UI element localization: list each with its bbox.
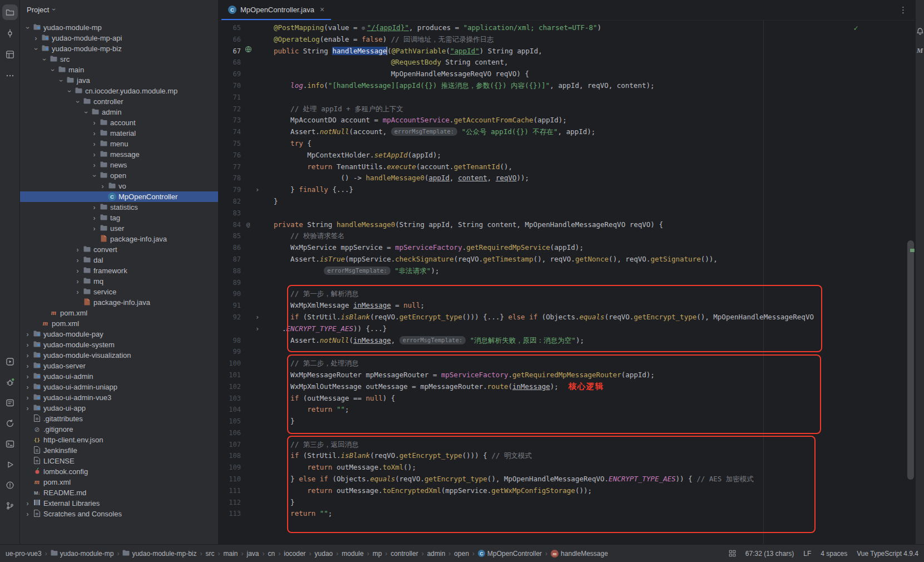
inspections-ok-icon[interactable]: ✓ [854,23,858,32]
code-line[interactable]: 113 return ""; [219,508,915,520]
code-line[interactable]: 102 WxMpXmlOutMessage outMessage = mpMes… [219,381,915,393]
line-number[interactable]: 90 [219,288,241,300]
code-line[interactable]: 72 // 处理 appId + 多租户的上下文 [219,103,915,115]
tree-chevron-icon[interactable]: › [90,140,98,148]
code-line[interactable]: 91 WxMpXmlMessage inMessage = null; [219,300,915,312]
tree-chevron-icon[interactable]: › [90,204,98,211]
tree-item-main[interactable]: ›main [20,65,218,75]
fold-marker-icon[interactable]: › [253,312,261,323]
breadcrumb-item-iocoder[interactable]: iocoder [284,550,305,558]
services-icon[interactable] [2,354,18,369]
tree-item-cn-iocoder-yudao-module-mp[interactable]: ›cn.iocoder.yudao.module.mp [20,86,218,96]
breadcrumb-item-yudao[interactable]: yudao [315,550,333,558]
git-icon[interactable] [2,498,18,514]
line-number[interactable]: 75 [219,138,241,150]
tree-chevron-icon[interactable]: › [23,500,32,507]
tree-item-framework[interactable]: ›framework [20,265,218,276]
line-number[interactable]: 113 [219,508,241,520]
code-line[interactable]: 103 if (outMessage == null) { [219,393,915,405]
problems-icon[interactable] [2,477,18,493]
code-line[interactable]: 92› if (StrUtil.isBlank(reqVO.getEncrypt… [219,312,915,323]
line-number[interactable]: 107 [219,439,241,451]
code-line[interactable]: 109 return outMessage.toXml(); [219,462,915,474]
line-number[interactable]: 108 [219,450,241,462]
tree-item--gitattributes[interactable]: .gitattributes [20,413,218,424]
breadcrumb-item-open[interactable]: open [454,550,469,558]
code-line[interactable]: 83 [219,208,915,219]
tree-item-yudao-ui-admin-uniapp[interactable]: ›yudao-ui-admin-uniapp [20,382,218,392]
more-vertical-icon[interactable]: ⋮ [899,5,907,15]
breadcrumb-item-mpopencontroller[interactable]: CMpOpenController [478,550,542,558]
code-line[interactable]: 76 MpContextHolder.setAppId(appId); [219,150,915,161]
run-icon[interactable] [2,457,18,472]
code-line[interactable]: 106 [219,427,915,439]
line-number[interactable]: 88 [219,265,241,277]
tree-item-yudao-module-pay[interactable]: ›yudao-module-pay [20,329,218,339]
line-number[interactable]: 98 [219,335,241,347]
tree-chevron-icon[interactable]: › [98,183,107,190]
code-line[interactable]: 71 [219,92,915,103]
scrollbar-thumb[interactable] [907,240,914,480]
breadcrumb-item-cn[interactable]: cn [268,550,275,558]
code-line[interactable]: 105 } [219,416,915,427]
tree-chevron-icon[interactable]: › [73,288,82,296]
code-line[interactable]: 100 // 第二步，处理消息 [219,358,915,369]
tree-item-convert[interactable]: ›convert [20,244,218,255]
line-number[interactable]: 77 [219,161,241,173]
breadcrumb-item-yudao-module-mp-biz[interactable]: yudao-module-mp-biz [122,550,196,558]
line-number[interactable]: 106 [219,427,241,439]
code-line[interactable]: 67public String handleMessage(@PathVaria… [219,46,915,57]
tree-item-scratches-and-consoles[interactable]: ›Scratches and Consoles [20,509,218,519]
project-panel-header[interactable]: Project › [20,0,218,19]
tree-chevron-icon[interactable]: › [65,87,73,95]
code-line[interactable]: 107 // 第三步，返回消息 [219,439,915,451]
status-caret-position[interactable]: 67:32 (13 chars) [745,550,794,558]
close-icon[interactable]: × [320,5,324,14]
tree-item-jenkinsfile[interactable]: Jenkinsfile [20,445,218,456]
breadcrumb-item-handlemessage[interactable]: mhandleMessage [551,550,608,558]
tree-item-http-client-env-json[interactable]: {}http-client.env.json [20,435,218,445]
line-number[interactable]: 69 [219,68,241,80]
status-line-separator[interactable]: LF [803,550,811,558]
tree-chevron-icon[interactable]: › [23,405,32,412]
code-line[interactable]: 101 WxMpMessageRouter mpMessageRouter = … [219,369,915,381]
tree-item-news[interactable]: ›news [20,160,218,170]
tree-item-yudao-module-mp-api[interactable]: ›yudao-module-mp-api [20,33,218,43]
tree-item-yudao-module-system[interactable]: ›yudao-module-system [20,339,218,350]
tree-item-yudao-server[interactable]: ›yudao-server [20,361,218,371]
line-number[interactable]: 86 [219,242,241,254]
tree-item-readme-md[interactable]: M↓README.md [20,487,218,498]
tree-item-tag[interactable]: ›tag [20,213,218,223]
fold-marker-icon[interactable]: › [253,323,261,335]
line-number[interactable]: 67 [219,46,241,57]
code-line[interactable]: 77 return TenantUtils.execute(account.ge… [219,161,915,173]
breadcrumb-item-module[interactable]: module [342,550,363,558]
tree-chevron-icon[interactable]: › [90,161,98,169]
terminal-icon[interactable] [2,436,18,452]
line-number[interactable]: 82 [219,196,241,208]
breadcrumb-item-main[interactable]: main [224,550,238,558]
line-number[interactable]: 104 [219,404,241,416]
tree-item-yudao-module-mp[interactable]: ›yudao-module-mp [20,22,218,33]
tree-chevron-icon[interactable]: › [23,394,32,402]
breadcrumb-item-src[interactable]: src [206,550,215,558]
maven-icon[interactable]: M [917,46,923,55]
code-line[interactable]: 82} [219,196,915,208]
tree-item--gitignore[interactable]: ⊘.gitignore [20,424,218,435]
line-number[interactable]: 78 [219,172,241,184]
tree-chevron-icon[interactable]: › [32,34,40,42]
tree-chevron-icon[interactable]: › [73,278,82,285]
code-line[interactable]: 70 log.info("[handleMessage][appId({}) 推… [219,80,915,92]
breadcrumb-item-mp[interactable]: mp [373,550,382,558]
breadcrumb-item-admin[interactable]: admin [427,550,446,558]
line-number[interactable]: 100 [219,358,241,369]
notifications-icon[interactable] [916,27,924,37]
code-line[interactable]: 73 MpAccountDO account = mpAccountServic… [219,115,915,126]
line-number[interactable]: 73 [219,115,241,126]
tree-chevron-icon[interactable]: › [32,45,40,53]
structure-icon[interactable] [2,47,18,62]
tree-item-package-info-java[interactable]: package-info.java [20,234,218,244]
tree-item-vo[interactable]: ›vo [20,181,218,191]
line-number[interactable]: 110 [219,474,241,485]
code-line[interactable]: 78 () -> handleMessage0(appId, content, … [219,172,915,184]
